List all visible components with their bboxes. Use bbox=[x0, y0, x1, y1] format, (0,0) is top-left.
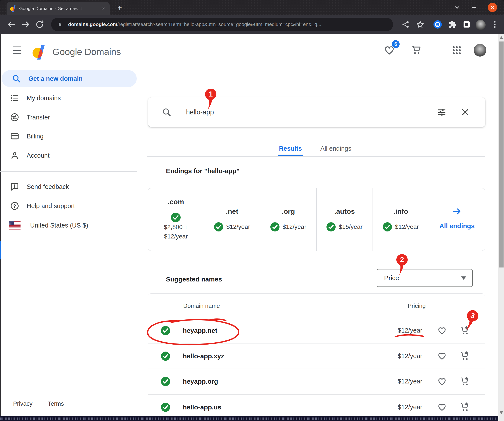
add-to-cart-icon[interactable] bbox=[460, 402, 471, 413]
account-avatar[interactable] bbox=[474, 44, 486, 57]
endings-cards: .com $2,800 + $12/year .net $12/year .or… bbox=[148, 188, 485, 251]
sidebar-item-account[interactable]: Account bbox=[0, 146, 137, 165]
sidebar-item-label: Help and support bbox=[27, 202, 75, 210]
ending-card-org[interactable]: .org $12/year bbox=[260, 188, 316, 251]
sidebar-item-label: My domains bbox=[27, 95, 61, 102]
sidebar-item-label: Account bbox=[27, 152, 50, 159]
annotation-circle-heyapp-net bbox=[145, 317, 244, 348]
google-apps-grid-icon[interactable] bbox=[452, 45, 462, 55]
sidebar-item-label: Billing bbox=[27, 133, 43, 140]
suggested-names-table: Domain name Pricing heyapp.net $12/year … bbox=[148, 294, 485, 420]
domain-price: $12/year bbox=[398, 369, 422, 394]
tab-title: Google Domains - Get a new d bbox=[19, 6, 82, 11]
window-chevron-icon[interactable] bbox=[454, 0, 463, 15]
lock-icon bbox=[57, 22, 63, 27]
tab-all-endings[interactable]: All endings bbox=[316, 143, 355, 154]
ending-card-info[interactable]: .info $12/year bbox=[372, 188, 429, 251]
sort-by-dropdown[interactable]: Price bbox=[377, 269, 473, 287]
sidebar-item-get-new-domain[interactable]: Get a new domain bbox=[2, 70, 137, 87]
credit-card-icon bbox=[10, 132, 19, 141]
google-domains-logo-icon[interactable] bbox=[32, 44, 46, 60]
share-icon[interactable] bbox=[401, 20, 410, 29]
tld-label: .com bbox=[148, 198, 204, 206]
endings-heading: Endings for "hello-app" bbox=[166, 166, 240, 176]
table-row-heyapp-org[interactable]: heyapp.org $12/year bbox=[148, 369, 485, 394]
tld-label: .autos bbox=[317, 207, 373, 216]
browser-tab[interactable]: Google Domains - Get a new d bbox=[6, 2, 110, 15]
sidebar-item-my-domains[interactable]: My domains bbox=[0, 88, 137, 108]
sidebar-item-send-feedback[interactable]: Send feedback bbox=[0, 177, 137, 196]
favorite-heart-icon[interactable] bbox=[437, 403, 447, 412]
tab-close-icon[interactable] bbox=[100, 6, 106, 12]
favorite-heart-icon[interactable] bbox=[437, 377, 447, 386]
available-check-icon bbox=[270, 222, 280, 231]
sidebar-item-label: United States (US $) bbox=[30, 222, 88, 229]
dropdown-caret-icon bbox=[461, 277, 466, 280]
window-minimize-button[interactable] bbox=[471, 0, 480, 15]
cutoff-content-strip bbox=[0, 416, 504, 421]
sidebar-item-locale-currency[interactable]: United States (US $) bbox=[0, 216, 137, 235]
url-bar[interactable]: domains.google.com/registrar/search?sear… bbox=[51, 18, 393, 31]
hamburger-menu-icon[interactable] bbox=[13, 47, 21, 54]
browser-menu-kebab-icon[interactable] bbox=[491, 20, 499, 29]
transfer-icon bbox=[10, 113, 19, 122]
new-tab-button[interactable]: + bbox=[115, 4, 124, 12]
filter-tune-icon[interactable] bbox=[437, 107, 447, 117]
favorite-heart-icon[interactable] bbox=[437, 352, 447, 361]
privacy-link[interactable]: Privacy bbox=[13, 398, 33, 409]
available-check-icon bbox=[161, 377, 170, 386]
ending-card-com[interactable]: .com $2,800 + $12/year bbox=[148, 188, 204, 251]
sidebar-item-billing[interactable]: Billing bbox=[0, 127, 137, 146]
annotation-pin-1: 1 bbox=[204, 88, 217, 110]
available-check-icon bbox=[383, 222, 392, 231]
clear-search-icon[interactable] bbox=[460, 108, 470, 117]
tld-price: $2,800 + $12/year bbox=[157, 222, 194, 241]
terms-link[interactable]: Terms bbox=[48, 398, 64, 409]
sidebar-extension-icon[interactable] bbox=[463, 21, 470, 28]
scrollbar-down-arrow[interactable] bbox=[500, 411, 503, 414]
sidebar-item-label: Get a new domain bbox=[28, 75, 83, 82]
reload-button[interactable] bbox=[35, 20, 45, 29]
domain-search-box[interactable]: hello-app bbox=[148, 97, 485, 127]
list-icon bbox=[10, 93, 19, 103]
all-endings-card[interactable]: All endings bbox=[429, 188, 485, 251]
column-header-pricing: Pricing bbox=[408, 300, 426, 312]
sidebar-item-transfer[interactable]: Transfer bbox=[0, 108, 137, 127]
product-name[interactable]: Google Domains bbox=[52, 45, 121, 59]
domain-name: heyapp.org bbox=[183, 369, 218, 394]
help-icon: ? bbox=[10, 201, 19, 210]
tab-results[interactable]: Results bbox=[277, 143, 304, 154]
annotation-underline-price bbox=[394, 334, 424, 338]
window-close-button[interactable] bbox=[488, 3, 497, 12]
feedback-icon bbox=[10, 182, 19, 191]
tld-label: .org bbox=[260, 207, 316, 216]
scrollbar-up-arrow[interactable] bbox=[500, 36, 503, 39]
url-text: domains.google.com/registrar/search?sear… bbox=[68, 22, 370, 27]
bookmark-star-icon[interactable] bbox=[416, 20, 425, 29]
forward-button[interactable] bbox=[21, 20, 30, 29]
ending-card-net[interactable]: .net $12/year bbox=[204, 188, 260, 251]
cart-icon[interactable] bbox=[411, 44, 422, 55]
sidebar-item-help-support[interactable]: ? Help and support bbox=[0, 196, 137, 216]
favorite-heart-icon[interactable] bbox=[437, 326, 447, 335]
scrollbar-thumb[interactable] bbox=[499, 42, 504, 267]
tld-price: $12/year bbox=[395, 223, 419, 230]
url-host: domains.google.com bbox=[68, 22, 117, 27]
ending-card-autos[interactable]: .autos $15/year bbox=[316, 188, 373, 251]
search-icon bbox=[12, 74, 21, 83]
browser-profile-avatar[interactable] bbox=[476, 20, 486, 30]
active-tab-indicator bbox=[278, 155, 303, 156]
extensions-puzzle-icon[interactable] bbox=[448, 20, 457, 29]
add-to-cart-icon[interactable] bbox=[460, 376, 471, 387]
available-check-icon bbox=[214, 222, 223, 231]
column-header-domain: Domain name bbox=[183, 300, 220, 312]
tld-label: .info bbox=[373, 207, 429, 216]
add-to-cart-icon[interactable] bbox=[460, 351, 471, 361]
svg-text:1: 1 bbox=[209, 90, 213, 98]
available-check-icon bbox=[326, 222, 336, 231]
browser-toolbar: domains.google.com/registrar/search?sear… bbox=[0, 15, 504, 34]
suggested-names-heading: Suggested names bbox=[166, 274, 222, 284]
available-check-icon bbox=[161, 352, 170, 361]
onepassword-extension-icon[interactable] bbox=[433, 20, 442, 29]
back-button[interactable] bbox=[6, 20, 16, 29]
